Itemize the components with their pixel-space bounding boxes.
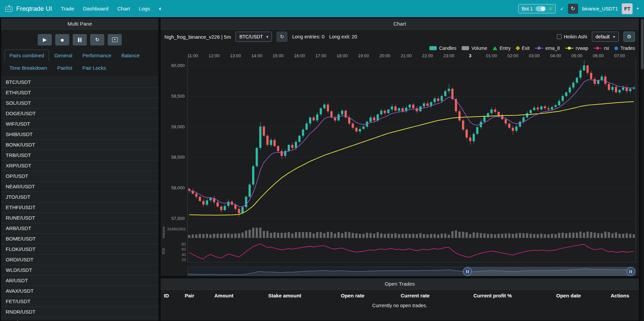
pause-button[interactable]: [73, 34, 87, 45]
tab-balance[interactable]: Balance: [116, 50, 145, 61]
tab-performance[interactable]: Performance: [77, 50, 116, 61]
stop-button[interactable]: ■: [55, 34, 69, 45]
pair-row-btc-usdt[interactable]: BTC/USDT: [1, 77, 158, 88]
pair-row-ar-usdt[interactable]: AR/USDT: [1, 276, 158, 286]
pair-row-bonk-usdt[interactable]: BONK/USDT: [1, 140, 158, 150]
heikin-ashi-label: Heikin Ashi: [564, 34, 587, 39]
datazoom-selection[interactable]: [467, 267, 631, 276]
navbar-refresh-button[interactable]: ↻: [568, 4, 578, 14]
pair-row-shib-usdt[interactable]: SHIB/USDT: [1, 129, 158, 140]
col-actions: Actions: [611, 293, 636, 298]
pair-select[interactable]: BTC/USDT ▼: [236, 32, 272, 42]
tab-pairlist[interactable]: Pairlist: [52, 62, 77, 74]
legend-label: Candles: [439, 45, 456, 51]
gear-icon: ⚙: [627, 34, 631, 40]
tab-time-breakdown[interactable]: Time Breakdown: [4, 62, 52, 74]
pair-row-jto-usdt[interactable]: JTO/USDT: [1, 192, 158, 202]
legend-item-trades[interactable]: Trades: [614, 45, 635, 51]
datazoom-left-handle[interactable]: [463, 267, 472, 276]
play-button[interactable]: ▶: [38, 34, 52, 45]
col-current-profit: Current profit %: [473, 293, 556, 298]
price-chart-canvas[interactable]: [160, 53, 639, 265]
pair-row-avax-usdt[interactable]: AVAX/USDT: [1, 286, 158, 296]
pair-row-floki-usdt[interactable]: FLOKI/USDT: [1, 244, 158, 255]
legend-item-rsi[interactable]: rsi: [594, 45, 609, 51]
nav-item-trade[interactable]: Trade: [61, 6, 74, 12]
refresh-icon: ↻: [571, 5, 575, 12]
bot-selector[interactable]: Bot 1: [518, 4, 556, 13]
datazoom-right-handle[interactable]: [627, 267, 635, 276]
bot-online-dot: [549, 7, 552, 10]
pair-row-xrp-usdt[interactable]: XRP/USDT: [1, 161, 158, 171]
legend-item-volume[interactable]: Volume: [462, 45, 487, 51]
open-trades-column-row: IDPairAmountStake amountOpen rateCurrent…: [160, 290, 639, 301]
plot-cancel-icon: ×: [112, 37, 118, 42]
pair-row-arb-usdt[interactable]: ARB/USDT: [1, 223, 158, 234]
tab-general[interactable]: General: [49, 50, 77, 61]
pair-row-op-usdt[interactable]: OP/USDT: [1, 171, 158, 182]
nav-item-dashboard[interactable]: Dashboard: [83, 6, 109, 12]
pair-row-ethfi-usdt[interactable]: ETHFI/USDT: [1, 202, 158, 213]
pair-row-doge-usdt[interactable]: DOGE/USDT: [1, 108, 158, 119]
brand-title: Freqtrade UI: [16, 5, 52, 12]
tab-pair-locks[interactable]: Pair Locks: [77, 62, 111, 74]
col-stake-amount: Stake amount: [268, 293, 341, 298]
col-current-rate: Current rate: [401, 293, 473, 298]
bot-toggle-knob: [541, 7, 545, 11]
plot-config-value: default: [596, 34, 610, 39]
tab-pairs-combined[interactable]: Pairs combined: [4, 50, 49, 61]
pair-row-eth-usdt[interactable]: ETH/USDT: [1, 88, 158, 98]
legend-label: rvwap: [576, 45, 588, 51]
pair-row-dot-usdt[interactable]: DOT/USDT: [1, 317, 158, 321]
col-amount: Amount: [214, 293, 268, 298]
legend-item-exit[interactable]: Exit: [516, 45, 530, 51]
pair-row-fet-usdt[interactable]: FET/USDT: [1, 296, 158, 307]
page-scrollbar[interactable]: [641, 17, 644, 321]
heikin-ashi-checkbox[interactable]: [557, 34, 562, 39]
open-trades-empty-text: Currently no open trades.: [160, 301, 639, 310]
exit-legend-marker-icon: [515, 46, 520, 51]
page-scrollbar-thumb[interactable]: [641, 19, 644, 69]
pair-row-rndr-usdt[interactable]: RNDR/USDT: [1, 307, 158, 317]
plot-settings-button[interactable]: ⚙: [623, 32, 635, 42]
brand[interactable]: Freqtrade UI: [5, 5, 52, 12]
chart-panel: Chart high_frog_binance_v226 | 5m BTC/US…: [160, 18, 639, 277]
user-menu-caret-icon[interactable]: ▾: [637, 6, 639, 11]
long-entries-label: Long entries: 0: [292, 34, 324, 39]
multi-pane-panel: Multi Pane ▶■↻× Pairs combinedGeneralPer…: [1, 18, 159, 321]
nav-item-logs[interactable]: Logs: [139, 6, 150, 12]
bot-name: Bot 1: [522, 6, 533, 11]
user-avatar[interactable]: FT: [622, 3, 633, 14]
pair-row-ordi-usdt[interactable]: ORDI/USDT: [1, 255, 158, 265]
heikin-ashi-toggle[interactable]: Heikin Ashi: [557, 34, 587, 39]
pair-row-sol-usdt[interactable]: SOL/USDT: [1, 98, 158, 108]
chart-refresh-button[interactable]: ↻: [277, 32, 287, 42]
legend-item-entry[interactable]: Entry: [493, 45, 511, 51]
theme-toggle-icon[interactable]: ◐: [159, 5, 162, 12]
bot-toggle[interactable]: [536, 6, 546, 11]
chart-toolbar: high_frog_binance_v226 | 5m BTC/USDT ▼ ↻…: [160, 30, 639, 44]
plot-cancel-button[interactable]: ×: [108, 34, 122, 45]
navbar: Freqtrade UI TradeDashboardChartLogs ◐ B…: [0, 0, 644, 17]
pair-row-wld-usdt[interactable]: WLD/USDT: [1, 265, 158, 276]
pair-row-trb-usdt[interactable]: TRB/USDT: [1, 150, 158, 161]
rsi-legend-marker-icon: [594, 48, 602, 49]
nav-item-chart[interactable]: Chart: [117, 6, 130, 12]
refresh-icon: ↻: [95, 37, 100, 43]
datazoom-slider[interactable]: [187, 267, 636, 276]
pair-row-bome-usdt[interactable]: BOME/USDT: [1, 234, 158, 244]
legend-label: Trades: [620, 45, 635, 51]
legend-item-rvwap[interactable]: rvwap: [565, 45, 588, 51]
playback-controls: ▶■↻×: [1, 30, 158, 49]
legend-item-ema-8[interactable]: ema_8: [535, 45, 560, 51]
legend-label: ema_8: [545, 45, 560, 51]
pair-row-rune-usdt[interactable]: RUNE/USDT: [1, 213, 158, 223]
pair-row-wif-usdt[interactable]: WIF/USDT: [1, 119, 158, 129]
legend-item-candles[interactable]: Candles: [429, 45, 456, 51]
trades-legend-marker-icon: [614, 46, 618, 50]
pair-row-near-usdt[interactable]: NEAR/USDT: [1, 182, 158, 192]
refresh-button[interactable]: ↻: [90, 34, 104, 45]
chart-header: Chart: [160, 18, 639, 30]
pause-icon: [78, 38, 81, 42]
plot-config-select[interactable]: default ▼: [592, 32, 619, 42]
